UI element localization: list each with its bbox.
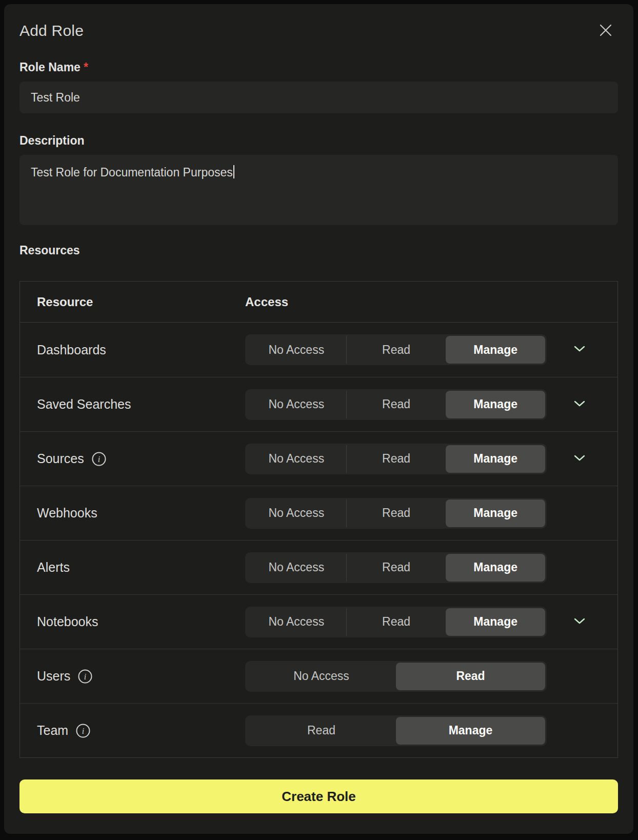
access-option-read[interactable]: Read	[396, 663, 545, 690]
access-option-read[interactable]: Read	[346, 391, 446, 418]
description-label: Description	[19, 134, 618, 148]
access-option-no-access[interactable]: No Access	[247, 391, 346, 418]
chevron-down-icon	[573, 400, 586, 409]
resources-table: Resource Access Dashboards i No AccessRe…	[19, 281, 618, 758]
access-column-header: Access	[245, 295, 547, 309]
access-option-read[interactable]: Read	[346, 554, 446, 582]
access-segmented-control: ReadManage	[245, 715, 547, 746]
access-option-manage[interactable]: Manage	[446, 554, 545, 582]
info-icon[interactable]: i	[77, 669, 93, 684]
table-row-notebooks: Notebooks i No AccessReadManage	[20, 594, 617, 649]
table-row-webhooks: Webhooks i No AccessReadManage	[20, 486, 617, 540]
modal-title: Add Role	[19, 22, 84, 39]
access-option-no-access[interactable]: No Access	[247, 445, 346, 473]
svg-text:i: i	[84, 672, 86, 681]
access-option-no-access[interactable]: No Access	[247, 499, 346, 527]
resource-name: Dashboards	[37, 343, 106, 357]
resources-section-label: Resources	[19, 244, 618, 257]
add-role-modal: Add Role Role Name* Description Test Rol…	[4, 4, 633, 834]
access-segmented-control: No AccessReadManage	[245, 607, 547, 637]
access-segmented-control: No AccessReadManage	[245, 334, 547, 365]
role-name-label-text: Role Name	[19, 61, 81, 74]
info-icon[interactable]: i	[91, 451, 107, 467]
info-icon[interactable]: i	[75, 723, 91, 738]
access-option-read[interactable]: Read	[346, 608, 446, 636]
text-cursor	[233, 165, 234, 178]
access-option-manage[interactable]: Manage	[446, 445, 545, 473]
table-row-sources: Sources i No AccessReadManage	[20, 431, 617, 486]
resource-name: Notebooks	[37, 614, 98, 629]
resource-name: Saved Searches	[37, 397, 131, 412]
table-row-team: Team i ReadManage	[20, 703, 617, 757]
svg-text:i: i	[97, 455, 99, 464]
access-segmented-control: No AccessReadManage	[245, 552, 547, 583]
table-row-dashboards: Dashboards i No AccessReadManage	[20, 323, 617, 377]
access-option-no-access[interactable]: No Access	[247, 608, 346, 636]
table-row-alerts: Alerts i No AccessReadManage	[20, 540, 617, 594]
description-textarea[interactable]: Test Role for Documentation Purposes	[19, 155, 618, 225]
resource-name: Alerts	[37, 560, 70, 575]
access-option-manage[interactable]: Manage	[446, 336, 545, 364]
resource-name: Users	[37, 669, 70, 684]
access-segmented-control: No AccessRead	[245, 661, 547, 692]
close-icon	[599, 23, 613, 39]
chevron-down-icon	[573, 345, 586, 354]
expand-row-toggle[interactable]	[547, 617, 617, 627]
svg-text:i: i	[82, 727, 84, 735]
access-option-manage[interactable]: Manage	[446, 391, 545, 418]
access-option-read[interactable]: Read	[247, 717, 396, 745]
expand-row-toggle[interactable]	[547, 345, 617, 354]
chevron-down-icon	[573, 617, 586, 627]
access-option-manage[interactable]: Manage	[396, 717, 545, 745]
access-option-read[interactable]: Read	[346, 336, 446, 364]
access-option-read[interactable]: Read	[346, 499, 446, 527]
chevron-down-icon	[573, 454, 586, 464]
resource-name: Webhooks	[37, 506, 97, 521]
resource-name: Sources	[37, 451, 84, 466]
close-button[interactable]	[596, 22, 615, 40]
role-name-label: Role Name*	[19, 61, 618, 74]
access-segmented-control: No AccessReadManage	[245, 444, 547, 474]
access-option-manage[interactable]: Manage	[446, 499, 545, 527]
table-row-users: Users i No AccessRead	[20, 649, 617, 703]
expand-row-toggle[interactable]	[547, 454, 617, 464]
expand-row-toggle[interactable]	[547, 400, 617, 409]
table-header-row: Resource Access	[20, 282, 617, 323]
required-asterisk: *	[84, 61, 88, 74]
access-option-read[interactable]: Read	[346, 445, 446, 473]
access-segmented-control: No AccessReadManage	[245, 498, 547, 529]
table-row-saved-searches: Saved Searches i No AccessReadManage	[20, 377, 617, 431]
modal-header: Add Role	[19, 22, 618, 40]
resource-name: Team	[37, 723, 68, 738]
access-segmented-control: No AccessReadManage	[245, 389, 547, 420]
description-text: Test Role for Documentation Purposes	[31, 166, 233, 179]
access-option-no-access[interactable]: No Access	[247, 336, 346, 364]
access-option-manage[interactable]: Manage	[446, 608, 545, 636]
access-option-no-access[interactable]: No Access	[247, 663, 396, 690]
access-option-no-access[interactable]: No Access	[247, 554, 346, 582]
create-role-button[interactable]: Create Role	[19, 779, 618, 813]
resource-column-header: Resource	[37, 295, 245, 309]
role-name-input[interactable]	[19, 82, 618, 113]
